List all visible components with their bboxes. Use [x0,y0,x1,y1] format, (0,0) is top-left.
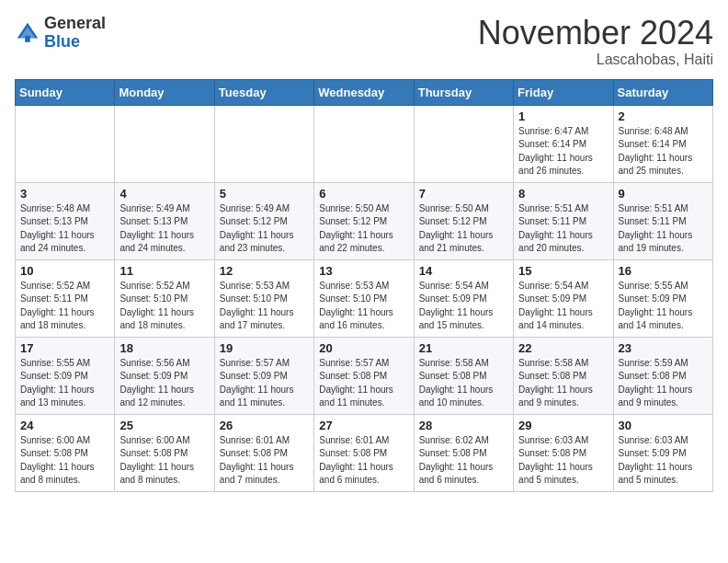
calendar-cell: 9Sunrise: 5:51 AM Sunset: 5:11 PM Daylig… [613,182,712,259]
day-number: 3 [20,187,109,201]
day-info: Sunrise: 5:54 AM Sunset: 5:09 PM Dayligh… [518,280,608,333]
page-header: General Blue November 2024 Lascahobas, H… [15,15,713,68]
day-info: Sunrise: 6:00 AM Sunset: 5:08 PM Dayligh… [119,434,209,488]
calendar-cell: 11Sunrise: 5:52 AM Sunset: 5:10 PM Dayli… [115,259,214,337]
day-info: Sunrise: 6:03 AM Sunset: 5:08 PM Dayligh… [518,434,608,488]
logo-icon [15,20,40,46]
day-info: Sunrise: 5:56 AM Sunset: 5:09 PM Dayligh… [119,357,209,410]
day-info: Sunrise: 5:48 AM Sunset: 5:13 PM Dayligh… [20,202,109,256]
day-info: Sunrise: 5:55 AM Sunset: 5:09 PM Dayligh… [20,357,109,410]
calendar-cell: 7Sunrise: 5:50 AM Sunset: 5:12 PM Daylig… [414,182,513,259]
calendar-cell [214,105,313,182]
day-info: Sunrise: 5:51 AM Sunset: 5:11 PM Dayligh… [619,202,708,256]
calendar-cell [314,105,414,182]
calendar-cell: 25Sunrise: 6:00 AM Sunset: 5:08 PM Dayli… [115,414,214,491]
weekday-header: Sunday [16,79,115,105]
calendar-cell: 20Sunrise: 5:57 AM Sunset: 5:08 PM Dayli… [314,337,414,414]
calendar-cell: 17Sunrise: 5:55 AM Sunset: 5:09 PM Dayli… [16,337,115,414]
calendar-cell: 5Sunrise: 5:49 AM Sunset: 5:12 PM Daylig… [214,182,313,259]
calendar-cell [414,105,513,182]
day-info: Sunrise: 5:53 AM Sunset: 5:10 PM Dayligh… [220,280,309,333]
day-info: Sunrise: 5:54 AM Sunset: 5:09 PM Dayligh… [419,280,508,333]
day-number: 6 [319,187,408,201]
day-number: 30 [619,419,708,432]
weekday-header: Friday [514,79,613,105]
logo-text: General Blue [44,15,106,52]
calendar-week-row: 1Sunrise: 6:47 AM Sunset: 6:14 PM Daylig… [16,105,713,182]
day-info: Sunrise: 5:55 AM Sunset: 5:09 PM Dayligh… [619,280,708,333]
calendar-cell: 6Sunrise: 5:50 AM Sunset: 5:12 PM Daylig… [314,182,414,259]
logo-general: General [44,15,106,33]
calendar-cell: 26Sunrise: 6:01 AM Sunset: 5:08 PM Dayli… [214,414,313,491]
day-number: 18 [119,341,209,355]
day-info: Sunrise: 5:53 AM Sunset: 5:10 PM Dayligh… [319,280,408,333]
day-number: 2 [619,109,708,123]
calendar: SundayMondayTuesdayWednesdayThursdayFrid… [15,79,713,492]
calendar-week-row: 17Sunrise: 5:55 AM Sunset: 5:09 PM Dayli… [16,337,713,414]
calendar-cell: 18Sunrise: 5:56 AM Sunset: 5:09 PM Dayli… [115,337,214,414]
calendar-cell: 16Sunrise: 5:55 AM Sunset: 5:09 PM Dayli… [613,259,712,337]
weekday-header: Monday [115,79,214,105]
weekday-header: Saturday [613,79,712,105]
logo-blue: Blue [44,33,106,52]
calendar-cell: 12Sunrise: 5:53 AM Sunset: 5:10 PM Dayli… [214,259,313,337]
svg-rect-2 [25,36,30,42]
day-number: 24 [20,419,109,432]
day-info: Sunrise: 6:01 AM Sunset: 5:08 PM Dayligh… [220,434,309,488]
calendar-cell: 13Sunrise: 5:53 AM Sunset: 5:10 PM Dayli… [314,259,414,337]
day-number: 21 [419,341,508,355]
day-number: 28 [419,419,508,432]
day-info: Sunrise: 6:47 AM Sunset: 6:14 PM Dayligh… [518,125,608,178]
day-info: Sunrise: 5:51 AM Sunset: 5:11 PM Dayligh… [518,202,608,256]
day-number: 11 [119,264,209,278]
weekday-header: Tuesday [214,79,313,105]
calendar-cell: 15Sunrise: 5:54 AM Sunset: 5:09 PM Dayli… [514,259,613,337]
day-info: Sunrise: 6:03 AM Sunset: 5:09 PM Dayligh… [619,434,708,488]
calendar-cell: 28Sunrise: 6:02 AM Sunset: 5:08 PM Dayli… [414,414,513,491]
day-number: 17 [20,341,109,355]
day-number: 1 [518,109,608,123]
calendar-cell: 10Sunrise: 5:52 AM Sunset: 5:11 PM Dayli… [16,259,115,337]
logo: General Blue [15,15,106,52]
day-number: 19 [220,341,309,355]
calendar-cell: 21Sunrise: 5:58 AM Sunset: 5:08 PM Dayli… [414,337,513,414]
calendar-week-row: 3Sunrise: 5:48 AM Sunset: 5:13 PM Daylig… [16,182,713,259]
title-block: November 2024 Lascahobas, Haiti [478,15,713,68]
day-number: 13 [319,264,408,278]
day-number: 26 [220,419,309,432]
calendar-cell: 3Sunrise: 5:48 AM Sunset: 5:13 PM Daylig… [16,182,115,259]
day-number: 7 [419,187,508,201]
day-info: Sunrise: 5:50 AM Sunset: 5:12 PM Dayligh… [419,202,508,256]
calendar-cell: 2Sunrise: 6:48 AM Sunset: 6:14 PM Daylig… [613,105,712,182]
day-info: Sunrise: 5:58 AM Sunset: 5:08 PM Dayligh… [419,357,508,410]
calendar-cell: 23Sunrise: 5:59 AM Sunset: 5:08 PM Dayli… [613,337,712,414]
calendar-cell [115,105,214,182]
calendar-cell: 22Sunrise: 5:58 AM Sunset: 5:08 PM Dayli… [514,337,613,414]
calendar-week-row: 10Sunrise: 5:52 AM Sunset: 5:11 PM Dayli… [16,259,713,337]
day-info: Sunrise: 5:49 AM Sunset: 5:12 PM Dayligh… [220,202,309,256]
weekday-header: Thursday [414,79,513,105]
calendar-cell: 30Sunrise: 6:03 AM Sunset: 5:09 PM Dayli… [613,414,712,491]
day-info: Sunrise: 5:58 AM Sunset: 5:08 PM Dayligh… [518,357,608,410]
day-number: 23 [619,341,708,355]
day-info: Sunrise: 5:52 AM Sunset: 5:11 PM Dayligh… [20,280,109,333]
day-info: Sunrise: 6:00 AM Sunset: 5:08 PM Dayligh… [20,434,109,488]
day-info: Sunrise: 5:59 AM Sunset: 5:08 PM Dayligh… [619,357,708,410]
day-number: 27 [319,419,408,432]
calendar-week-row: 24Sunrise: 6:00 AM Sunset: 5:08 PM Dayli… [16,414,713,491]
day-number: 16 [619,264,708,278]
day-info: Sunrise: 6:01 AM Sunset: 5:08 PM Dayligh… [319,434,408,488]
day-number: 25 [119,419,209,432]
day-number: 8 [518,187,608,201]
day-number: 29 [518,419,608,432]
day-number: 5 [220,187,309,201]
calendar-header-row: SundayMondayTuesdayWednesdayThursdayFrid… [16,79,713,105]
day-info: Sunrise: 5:57 AM Sunset: 5:08 PM Dayligh… [319,357,408,410]
day-info: Sunrise: 6:02 AM Sunset: 5:08 PM Dayligh… [419,434,508,488]
calendar-cell: 24Sunrise: 6:00 AM Sunset: 5:08 PM Dayli… [16,414,115,491]
calendar-cell: 19Sunrise: 5:57 AM Sunset: 5:09 PM Dayli… [214,337,313,414]
day-info: Sunrise: 5:50 AM Sunset: 5:12 PM Dayligh… [319,202,408,256]
day-number: 12 [220,264,309,278]
day-info: Sunrise: 5:52 AM Sunset: 5:10 PM Dayligh… [119,280,209,333]
day-number: 15 [518,264,608,278]
